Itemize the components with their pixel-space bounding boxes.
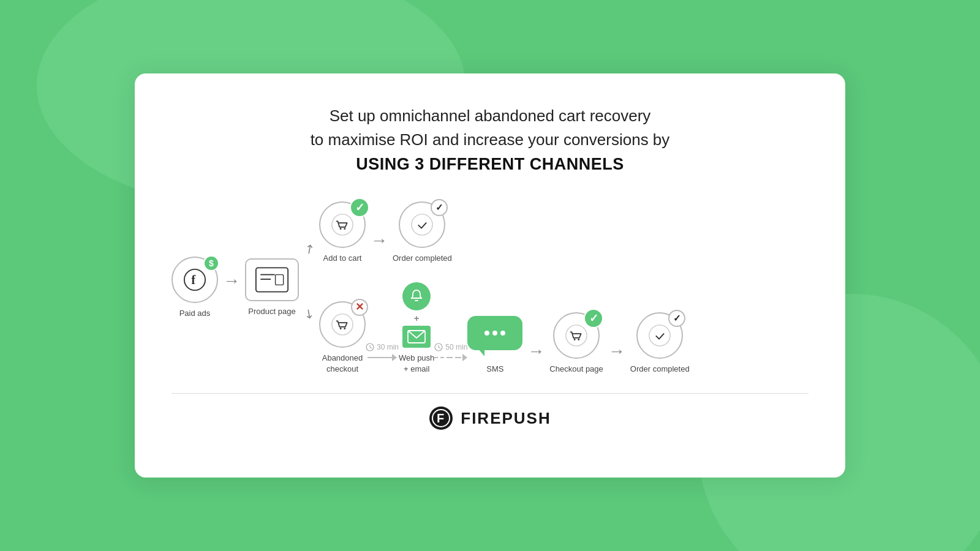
time-50-block: 50 min xyxy=(434,343,467,361)
top-path: ✓ Add to cart → ✓ Order completed xyxy=(319,201,690,264)
order-completed-top-label: Order completed xyxy=(393,253,452,264)
order-bottom-check: ✓ xyxy=(668,310,685,327)
svg-point-10 xyxy=(332,314,353,335)
svg-point-12 xyxy=(344,328,345,329)
bell-icon-wrap xyxy=(402,282,431,310)
dashed-arrow-50 xyxy=(434,354,467,361)
abandoned-checkout-node: ✕ Abandonedcheckout xyxy=(319,301,366,375)
sms-dot-3 xyxy=(500,331,505,335)
arrow-down: ↘ xyxy=(301,305,318,323)
logo-text: FIREPUSH xyxy=(461,409,551,428)
order-completed-bottom-label: Order completed xyxy=(630,364,690,375)
svg-point-11 xyxy=(340,328,342,329)
checkout-page-icon: ✓ xyxy=(553,312,600,359)
headline-line2: to maximise ROI and increase your conver… xyxy=(311,130,670,149)
svg-point-9 xyxy=(412,214,432,234)
product-page-icon xyxy=(245,258,299,301)
bottom-path: ✕ Abandonedcheckout 30 min xyxy=(319,282,690,375)
headline-line1: Set up omnichannel abandoned cart recove… xyxy=(330,107,651,125)
svg-rect-5 xyxy=(276,275,284,285)
flow-diagram: f $ Paid ads → Product page ↗ ↘ xyxy=(172,201,809,375)
product-page-label: Product page xyxy=(248,306,295,317)
sms-node: SMS xyxy=(467,316,522,375)
paid-ads-node: f $ Paid ads xyxy=(172,257,218,319)
svg-point-6 xyxy=(332,214,353,234)
arrow-up: ↗ xyxy=(301,240,318,258)
bell-icon xyxy=(409,289,424,304)
order-completed-top-icon: ✓ xyxy=(399,201,445,248)
paid-ads-icon: f $ xyxy=(172,257,218,303)
order-completed-bottom-node: ✓ Order completed xyxy=(630,312,690,375)
add-to-cart-label: Add to cart xyxy=(323,253,362,264)
svg-point-22 xyxy=(574,339,576,340)
time-30-label: 30 min xyxy=(366,343,399,351)
abandoned-checkout-label: Abandonedcheckout xyxy=(322,353,363,375)
checkout-check: ✓ xyxy=(584,309,603,328)
arrow-bottom-4: → xyxy=(608,342,625,361)
order-completed-bottom-icon: ✓ xyxy=(636,312,683,359)
time-50-label: 50 min xyxy=(434,343,467,351)
arrow-bottom-3: → xyxy=(527,342,545,361)
svg-text:F: F xyxy=(437,411,444,425)
paid-ads-label: Paid ads xyxy=(179,308,211,319)
svg-point-8 xyxy=(344,228,345,230)
svg-point-23 xyxy=(578,339,579,340)
order-completed-top-node: ✓ Order completed xyxy=(393,201,452,264)
svg-line-20 xyxy=(439,347,440,348)
main-card: Set up omnichannel abandoned cart recove… xyxy=(135,73,845,478)
clock-icon-50 xyxy=(434,343,443,351)
arrow-1: → xyxy=(223,271,240,291)
clock-icon-30 xyxy=(366,343,374,351)
svg-point-24 xyxy=(649,325,670,346)
add-to-cart-check: ✓ xyxy=(350,198,369,217)
add-to-cart-icon: ✓ xyxy=(319,201,366,248)
svg-line-15 xyxy=(370,347,372,348)
email-icon-wrap xyxy=(402,326,431,348)
sms-tail-space xyxy=(494,350,496,359)
arrow-30 xyxy=(368,354,397,361)
checkout-page-node: ✓ Checkout page xyxy=(549,312,603,375)
add-to-cart-node: ✓ Add to cart xyxy=(319,201,366,264)
sms-bubble xyxy=(467,316,522,350)
split-arrows: ↗ ↘ xyxy=(304,235,314,327)
sms-dots xyxy=(484,331,505,335)
plus-label: + xyxy=(414,313,420,323)
sms-dot-1 xyxy=(484,331,489,335)
headline: Set up omnichannel abandoned cart recove… xyxy=(311,104,670,177)
product-page-node: Product page xyxy=(245,258,299,317)
divider xyxy=(172,393,809,394)
order-top-check: ✓ xyxy=(431,199,448,216)
svg-text:f: f xyxy=(191,272,196,287)
checkout-page-label: Checkout page xyxy=(549,364,603,375)
svg-point-7 xyxy=(340,228,342,230)
time-30-block: 30 min xyxy=(366,343,399,361)
headline-bold: USING 3 DIFFERENT CHANNELS xyxy=(356,155,624,173)
abandoned-checkout-icon: ✕ xyxy=(319,301,366,348)
webpush-label: Web push+ email xyxy=(399,353,434,375)
logo-area: F FIREPUSH xyxy=(429,406,551,430)
arrow-top-2: → xyxy=(371,231,388,250)
sms-bubble-wrap xyxy=(467,316,522,359)
sms-label: SMS xyxy=(486,364,503,375)
svg-point-21 xyxy=(566,325,587,346)
firepush-logo-icon: F xyxy=(429,406,453,430)
abandoned-x-badge: ✕ xyxy=(351,299,368,316)
email-icon xyxy=(407,330,426,343)
sms-dot-2 xyxy=(492,331,497,335)
webpush-node: + Web push+ email xyxy=(399,282,434,375)
two-paths: ✓ Add to cart → ✓ Order completed xyxy=(319,201,690,375)
dollar-badge: $ xyxy=(203,255,219,271)
webpush-stack: + xyxy=(402,282,431,348)
